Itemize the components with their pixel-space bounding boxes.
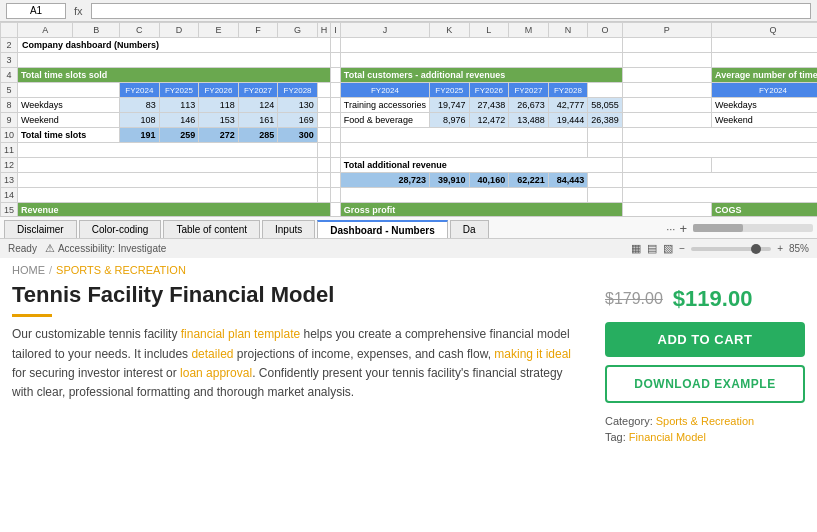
desc-link-detailed[interactable]: detailed bbox=[191, 347, 233, 361]
product-details: Tennis Facility Financial Model Our cust… bbox=[12, 282, 585, 510]
zoom-minus[interactable]: − bbox=[679, 243, 685, 254]
table-row: 8 Weekdays 83 113 118 124 130 Training a… bbox=[1, 98, 818, 113]
product-title: Tennis Facility Financial Model bbox=[12, 282, 585, 308]
product-section: HOME / SPORTS & RECREATION Tennis Facili… bbox=[0, 258, 817, 510]
zoom-slider[interactable] bbox=[691, 247, 771, 251]
table-row: 5 FY2024 FY2025 FY2026 FY2027 FY2028 FY2… bbox=[1, 83, 818, 98]
category-link[interactable]: Sports & Recreation bbox=[656, 415, 754, 427]
warning-icon: ⚠ bbox=[45, 242, 55, 255]
status-right: ▦ ▤ ▧ − + 85% bbox=[631, 242, 809, 255]
breadcrumb-home[interactable]: HOME bbox=[12, 264, 45, 276]
title-underline-decoration bbox=[12, 314, 52, 317]
sheet-content: A B C D E F G H I J K L M N O P Q bbox=[0, 22, 817, 216]
breadcrumb: HOME / SPORTS & RECREATION bbox=[0, 258, 817, 282]
breadcrumb-separator: / bbox=[49, 264, 52, 276]
breadcrumb-category[interactable]: SPORTS & RECREATION bbox=[56, 264, 186, 276]
formula-bar-row: fx bbox=[0, 0, 817, 22]
name-box[interactable] bbox=[6, 3, 66, 19]
status-bar: Ready ⚠ Accessibility: Investigate ▦ ▤ ▧… bbox=[0, 238, 817, 258]
table-row: 2 Company dashboard (Numbers) bbox=[1, 38, 818, 53]
tab-more-icon[interactable]: ··· bbox=[666, 223, 675, 235]
accessibility-warning: ⚠ Accessibility: Investigate bbox=[45, 242, 166, 255]
table-row: 9 Weekend 108 146 153 161 169 Food & bev… bbox=[1, 113, 818, 128]
add-to-cart-button[interactable]: ADD TO CART bbox=[605, 322, 805, 357]
price-sale: $119.00 bbox=[673, 286, 753, 312]
view-layout-icon[interactable]: ▤ bbox=[647, 242, 657, 255]
formula-input[interactable] bbox=[91, 3, 811, 19]
status-left: Ready ⚠ Accessibility: Investigate bbox=[8, 242, 166, 255]
product-main: Tennis Facility Financial Model Our cust… bbox=[0, 282, 817, 510]
tag-meta: Tag: Financial Model bbox=[605, 431, 805, 443]
category-meta: Category: Sports & Recreation bbox=[605, 415, 805, 427]
tab-controls: ··· + bbox=[666, 221, 687, 238]
tab-add-icon[interactable]: + bbox=[679, 221, 687, 236]
desc-link-making[interactable]: making it ideal bbox=[494, 347, 571, 361]
tab-da[interactable]: Da bbox=[450, 220, 489, 238]
accessibility-text: Accessibility: Investigate bbox=[58, 243, 166, 254]
zoom-level: 85% bbox=[789, 243, 809, 254]
table-row: 13 28,723 39,910 40,160 62,221 84,443 bbox=[1, 173, 818, 188]
product-meta: Category: Sports & Recreation Tag: Finan… bbox=[605, 415, 805, 443]
zoom-plus[interactable]: + bbox=[777, 243, 783, 254]
table-row: 10 Total time slots 191 259 272 285 300 bbox=[1, 128, 818, 143]
table-row: 3 bbox=[1, 53, 818, 68]
desc-link-financial[interactable]: financial plan template bbox=[181, 327, 300, 341]
sheet-tabs: Disclaimer Color-coding Table of content… bbox=[0, 216, 817, 238]
tab-inputs[interactable]: Inputs bbox=[262, 220, 315, 238]
tab-table-of-content[interactable]: Table of content bbox=[163, 220, 260, 238]
tab-color-coding[interactable]: Color-coding bbox=[79, 220, 162, 238]
tag-label: Tag: bbox=[605, 431, 626, 443]
table-row: 14 bbox=[1, 188, 818, 203]
fx-label: fx bbox=[74, 5, 83, 17]
view-page-icon[interactable]: ▧ bbox=[663, 242, 673, 255]
status-ready: Ready bbox=[8, 243, 37, 254]
horizontal-scrollbar[interactable] bbox=[693, 224, 813, 232]
table-row: 4 Total time slots sold Total customers … bbox=[1, 68, 818, 83]
tab-dashboard-numbers[interactable]: Dashboard - Numbers bbox=[317, 220, 447, 238]
category-label: Category: bbox=[605, 415, 653, 427]
table-row: 12 Total additional revenue bbox=[1, 158, 818, 173]
desc-link-loan[interactable]: loan approval bbox=[180, 366, 252, 380]
sheet-table: A B C D E F G H I J K L M N O P Q bbox=[0, 22, 817, 216]
view-normal-icon[interactable]: ▦ bbox=[631, 242, 641, 255]
price-original: $179.00 bbox=[605, 290, 663, 308]
tag-link[interactable]: Financial Model bbox=[629, 431, 706, 443]
price-row: $179.00 $119.00 bbox=[605, 286, 805, 312]
tab-disclaimer[interactable]: Disclaimer bbox=[4, 220, 77, 238]
table-row: 11 bbox=[1, 143, 818, 158]
product-description: Our customizable tennis facility financi… bbox=[12, 325, 585, 402]
download-example-button[interactable]: DOWNLOAD EXAMPLE bbox=[605, 365, 805, 403]
table-row: 15 Revenue Gross profit COGS bbox=[1, 203, 818, 217]
product-purchase: $179.00 $119.00 ADD TO CART DOWNLOAD EXA… bbox=[605, 282, 805, 510]
spreadsheet-section: fx A B C D E F G H I J K L bbox=[0, 0, 817, 258]
